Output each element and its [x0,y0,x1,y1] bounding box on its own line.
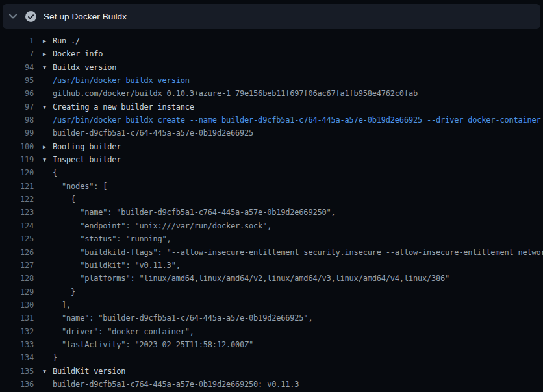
line-number[interactable]: 99 [0,127,34,140]
log-line-text: "endpoint": "unix:///var/run/docker.sock… [53,219,543,232]
line-number[interactable]: 95 [0,74,34,87]
log-group-header[interactable]: 119 ▼ Inspect builder [0,153,543,166]
group-toggle-icon [34,87,53,100]
line-number[interactable]: 135 [0,365,34,378]
log-line: 132 "driver": "docker-container", [0,325,543,338]
line-number[interactable]: 136 [0,378,34,391]
group-toggle-icon [34,74,53,87]
group-toggle-icon [34,180,53,193]
group-toggle-icon [34,246,53,259]
triangle-right-icon[interactable]: ▶ [34,34,53,47]
group-toggle-icon [34,325,53,338]
log-group-header[interactable]: 97 ▼ Creating a new builder instance [0,101,543,114]
group-toggle-icon [34,127,53,140]
line-number[interactable]: 1 [0,34,34,47]
log-line-text: Docker info [53,47,543,60]
line-number[interactable]: 128 [0,272,34,285]
log-line-text: Booting builder [53,140,543,153]
line-number[interactable]: 130 [0,299,34,312]
log-line: 133 "lastActivity": "2023-02-25T11:58:12… [0,338,543,351]
log-line: 136 builder-d9cfb5a1-c764-445a-a57e-0b19… [0,378,543,391]
group-toggle-icon [34,378,53,391]
group-toggle-icon [34,219,53,232]
log-line: 124 "endpoint": "unix:///var/run/docker.… [0,219,543,232]
log-group-header[interactable]: 135 ▼ BuildKit version [0,365,543,378]
log-line-text: builder-d9cfb5a1-c764-445a-a57e-0b19d2e6… [53,127,543,140]
log-line-text: } [53,351,543,364]
log-line: 96 github.com/docker/buildx 0.10.3+azure… [0,87,543,100]
log-group-header[interactable]: 7 ▶ Docker info [0,47,543,60]
log-line: 127 "buildkit": "v0.11.3", [0,259,543,272]
group-toggle-icon [34,259,53,272]
line-number[interactable]: 94 [0,61,34,74]
line-number[interactable]: 96 [0,87,34,100]
log-line: 130 ], [0,299,543,312]
log-line-text: "name": "builder-d9cfb5a1-c764-445a-a57e… [53,206,543,219]
log-group-header[interactable]: 100 ▶ Booting builder [0,140,543,153]
log-line-text: "nodes": [ [53,180,543,193]
log-line-text: "buildkit": "v0.11.3", [53,259,543,272]
log-line: 98 /usr/bin/docker buildx create --name … [0,114,543,127]
group-toggle-icon [34,299,53,312]
log-line: 99 builder-d9cfb5a1-c764-445a-a57e-0b19d… [0,127,543,140]
log-line-text: /usr/bin/docker buildx version [53,74,543,87]
group-toggle-icon [34,114,53,127]
triangle-down-icon[interactable]: ▼ [34,365,53,378]
step-title: Set up Docker Buildx [44,12,127,21]
group-toggle-icon [34,351,53,364]
log-line: 121 "nodes": [ [0,180,543,193]
line-number[interactable]: 123 [0,206,34,219]
line-number[interactable]: 129 [0,286,34,299]
line-number[interactable]: 7 [0,47,34,60]
log-group-header[interactable]: 1 ▶ Run ./ [0,34,543,47]
line-number[interactable]: 126 [0,246,34,259]
group-toggle-icon [34,206,53,219]
log-line-text: "platforms": "linux/amd64,linux/amd64/v2… [53,272,543,285]
triangle-right-icon[interactable]: ▶ [34,140,53,153]
line-number[interactable]: 119 [0,153,34,166]
group-toggle-icon [34,312,53,325]
line-number[interactable]: 134 [0,351,34,364]
triangle-down-icon[interactable]: ▼ [34,61,53,74]
log-line: 131 "name": "builder-d9cfb5a1-c764-445a-… [0,312,543,325]
log-viewer: 1 ▶ Run ./ 7 ▶ Docker info 94 ▼ Buildx v… [0,34,543,391]
line-number[interactable]: 100 [0,140,34,153]
group-toggle-icon [34,166,53,179]
line-number[interactable]: 125 [0,232,34,245]
log-group-header[interactable]: 94 ▼ Buildx version [0,61,543,74]
log-line: 120 { [0,166,543,179]
line-number[interactable]: 97 [0,101,34,114]
log-line: 95 /usr/bin/docker buildx version [0,74,543,87]
line-number[interactable]: 133 [0,338,34,351]
log-line: 126 "buildkitd-flags": "--allow-insecure… [0,246,543,259]
log-line-text: BuildKit version [53,365,543,378]
triangle-right-icon[interactable]: ▶ [34,47,53,60]
chevron-down-icon[interactable] [8,11,18,21]
line-number[interactable]: 120 [0,166,34,179]
log-line-text: Run ./ [53,34,543,47]
check-circle-icon [25,11,36,22]
group-toggle-icon [34,232,53,245]
line-number[interactable]: 121 [0,180,34,193]
group-toggle-icon [34,193,53,206]
log-line-text: github.com/docker/buildx 0.10.3+azure-1 … [53,87,543,100]
line-number[interactable]: 131 [0,312,34,325]
log-line-text: { [53,166,543,179]
log-line: 122 { [0,193,543,206]
log-line-text: Buildx version [53,61,543,74]
triangle-down-icon[interactable]: ▼ [34,101,53,114]
log-line-text: ], [53,299,543,312]
triangle-down-icon[interactable]: ▼ [34,153,53,166]
line-number[interactable]: 127 [0,259,34,272]
step-header[interactable]: Set up Docker Buildx [3,4,540,29]
log-line-text: Creating a new builder instance [53,101,543,114]
log-line-text: Inspect builder [53,153,543,166]
log-line: 125 "status": "running", [0,232,543,245]
line-number[interactable]: 124 [0,219,34,232]
group-toggle-icon [34,272,53,285]
log-line-text: builder-d9cfb5a1-c764-445a-a57e-0b19d2e6… [53,378,543,391]
line-number[interactable]: 98 [0,114,34,127]
log-line-text: "status": "running", [53,232,543,245]
line-number[interactable]: 122 [0,193,34,206]
line-number[interactable]: 132 [0,325,34,338]
